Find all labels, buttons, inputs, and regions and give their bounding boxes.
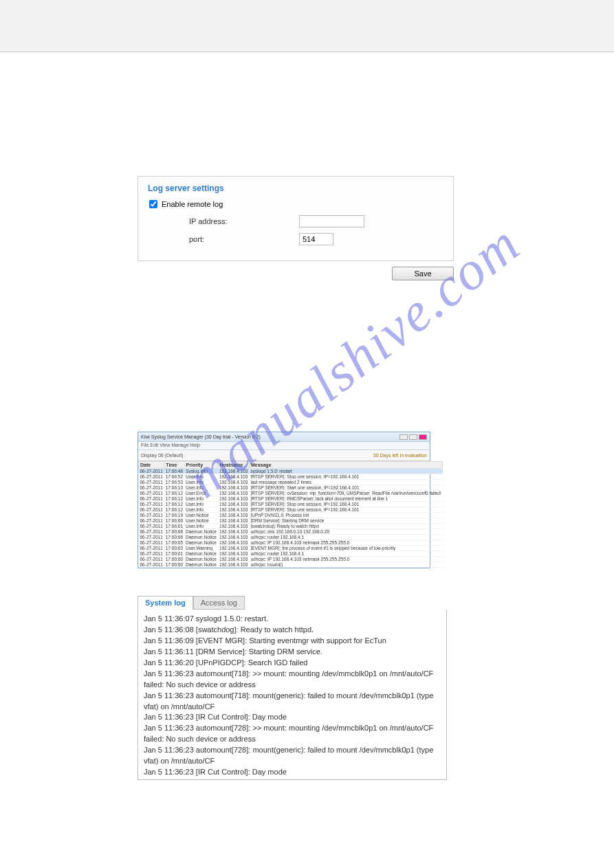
syslog-row[interactable]: 06-27-201117:00:03User.Warning192.168.4.… xyxy=(139,546,443,551)
log-line: Jan 5 11:36:23 automount[718]: mount(gen… xyxy=(144,691,441,713)
log-line: Jan 5 11:36:23 [IR Cut Control]: Day mod… xyxy=(144,712,441,723)
ip-address-label: IP address: xyxy=(189,217,299,225)
syslog-row[interactable]: 06-27-201117:00:01Daemon.Notice192.168.4… xyxy=(139,551,443,557)
minimize-icon[interactable] xyxy=(399,434,408,440)
syslog-col-date[interactable]: Date xyxy=(139,462,164,469)
syslog-row[interactable]: 06-27-201117:00:06Daemon.Notice192.168.4… xyxy=(139,529,443,535)
log-line: Jan 5 11:36:09 [EVENT MGR]: Starting eve… xyxy=(144,636,441,647)
log-tabs: System log Access log xyxy=(138,596,447,610)
syslog-table: DateTimePriorityHostnameMessage 06-27-20… xyxy=(138,461,443,568)
log-line: Jan 5 11:36:23 [IR Cut Control]: Day mod… xyxy=(144,767,441,778)
syslog-col-time[interactable]: Time xyxy=(164,462,184,469)
enable-remote-log-checkbox[interactable] xyxy=(149,200,157,208)
syslog-row[interactable]: 06-27-201117:06:13User.Info192.168.4.103… xyxy=(139,485,443,491)
syslog-titlebar: Kiwi Syslog Service Manager (30 Day tria… xyxy=(138,432,430,442)
ip-address-input[interactable] xyxy=(299,215,364,227)
ip-address-row: IP address: xyxy=(189,215,443,227)
syslog-row[interactable]: 06-27-201117:06:48Syslog.Info192.168.4.1… xyxy=(139,469,443,474)
syslog-row[interactable]: 06-27-201117:00:00Daemon.Notice192.168.4… xyxy=(139,557,443,562)
log-line: Jan 5 11:36:07 syslogd 1.5.0: restart. xyxy=(144,614,441,625)
window-buttons xyxy=(399,434,427,440)
syslog-col-message[interactable]: Message xyxy=(249,462,442,469)
log-line: Jan 5 11:36:20 [UPnPIGDCP]: Search IGD f… xyxy=(144,658,441,669)
syslog-row[interactable]: 06-27-201117:00:06Daemon.Notice192.168.4… xyxy=(139,535,443,540)
syslog-row[interactable]: 06-27-201117:06:52User.Info192.168.4.103… xyxy=(139,474,443,480)
syslog-col-hostname[interactable]: Hostname xyxy=(218,462,250,469)
save-button[interactable]: Save xyxy=(392,267,454,280)
enable-remote-log-label: Enable remote log xyxy=(162,200,223,208)
tab-system-log[interactable]: System log xyxy=(138,596,193,610)
syslog-row[interactable]: 06-27-201117:06:01User.Info192.168.4.103… xyxy=(139,524,443,529)
page-header-band xyxy=(0,0,614,52)
system-log-body[interactable]: Jan 5 11:36:07 syslogd 1.5.0: restart.Ja… xyxy=(138,610,447,780)
enable-remote-log-row: Enable remote log xyxy=(149,200,443,208)
save-row: Save xyxy=(138,267,454,280)
log-line: Jan 5 11:36:23 automount[728]: mount(gen… xyxy=(144,745,441,767)
tab-access-log[interactable]: Access log xyxy=(193,596,245,610)
syslog-toolbar-dropdown[interactable]: Display 00 (Default) xyxy=(141,453,183,458)
log-server-settings-panel: Log server settings Enable remote log IP… xyxy=(138,176,454,261)
syslog-row[interactable]: 06-27-201117:00:05Daemon.Notice192.168.4… xyxy=(139,540,443,546)
port-row: port: xyxy=(189,233,443,245)
syslog-row[interactable]: 06-27-201117:06:12User.Info192.168.4.103… xyxy=(139,507,443,513)
log-server-settings-title: Log server settings xyxy=(148,183,443,193)
syslog-window: Kiwi Syslog Service Manager (30 Day tria… xyxy=(138,432,430,568)
log-line: Jan 5 11:36:08 [swatchdog]: Ready to wat… xyxy=(144,625,441,636)
syslog-row[interactable]: 06-27-201117:06:12User.Error192.168.4.10… xyxy=(139,491,443,496)
syslog-row[interactable]: 06-27-201117:06:53User.Info192.168.4.103… xyxy=(139,480,443,485)
syslog-row[interactable]: 06-27-201117:06:12User.Info192.168.4.103… xyxy=(139,496,443,502)
log-line: Jan 5 11:36:23 automount[728]: >> mount:… xyxy=(144,723,441,745)
port-label: port: xyxy=(189,235,299,243)
syslog-window-title: Kiwi Syslog Service Manager (30 Day tria… xyxy=(141,434,261,439)
log-line: Jan 5 11:36:23 automount[718]: >> mount:… xyxy=(144,669,441,691)
syslog-col-priority[interactable]: Priority xyxy=(184,462,218,469)
syslog-trial-notice: 30 Days left in evaluation xyxy=(373,453,427,458)
close-icon[interactable] xyxy=(419,434,427,440)
syslog-row[interactable]: 06-27-201117:06:19User.Notice192.168.4.1… xyxy=(139,513,443,518)
port-input[interactable] xyxy=(299,233,333,245)
page-body: Log server settings Enable remote log IP… xyxy=(0,52,614,821)
syslog-row[interactable]: 06-27-201117:00:00Daemon.Notice192.168.4… xyxy=(139,562,443,568)
log-tabs-panel: System log Access log Jan 5 11:36:07 sys… xyxy=(138,596,447,780)
syslog-row[interactable]: 06-27-201117:06:06User.Notice192.168.4.1… xyxy=(139,518,443,524)
log-line: Jan 5 11:36:23 [SYS]: Serial number = 00… xyxy=(144,778,441,780)
syslog-menubar[interactable]: File Edit View Manage Help xyxy=(138,442,430,450)
log-line: Jan 5 11:36:11 [DRM Service]: Starting D… xyxy=(144,647,441,658)
syslog-row[interactable]: 06-27-201117:06:12User.Info192.168.4.103… xyxy=(139,502,443,507)
maximize-icon[interactable] xyxy=(409,434,417,440)
syslog-toolbar: Display 00 (Default) 30 Days left in eva… xyxy=(138,450,430,461)
